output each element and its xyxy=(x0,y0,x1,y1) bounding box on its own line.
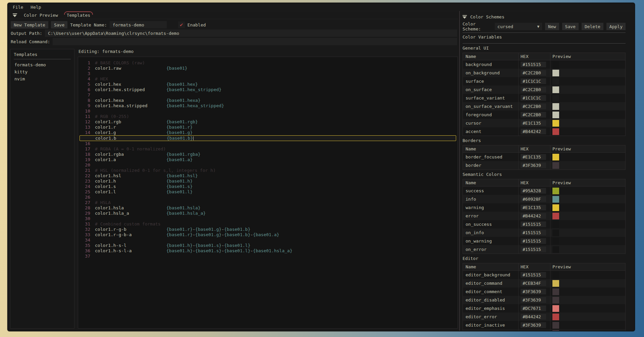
color-swatch[interactable] xyxy=(552,86,559,93)
hex-value-input[interactable]: #C2C2B0 xyxy=(521,87,546,92)
color-swatch[interactable] xyxy=(552,213,559,219)
color-swatch[interactable] xyxy=(552,229,559,236)
tab-color-preview[interactable]: Color Preview xyxy=(22,12,60,19)
color-swatch[interactable] xyxy=(552,305,559,312)
code-line[interactable]: 32color1.r-g-b{base01.r}-{base01.g}-{bas… xyxy=(79,227,456,232)
hex-value-input[interactable]: #151515 xyxy=(521,247,546,252)
output-path-input[interactable]: C:\Users\user\AppData\Roaming\clrsync\fo… xyxy=(45,29,457,37)
color-swatch[interactable] xyxy=(552,288,559,295)
code-line[interactable]: 19color1.a{base01.a} xyxy=(79,157,456,162)
code-line[interactable]: 7 xyxy=(79,92,456,98)
color-swatch[interactable] xyxy=(552,162,559,169)
color-swatch[interactable] xyxy=(552,78,559,85)
code-line[interactable]: 29color1.hsla_a{base01.hsla_a} xyxy=(79,211,456,216)
code-line[interactable]: 2color1.raw{base01} xyxy=(79,66,456,71)
code-line[interactable]: 35color1.h-s-l{base01.h}-{base01.s}-{bas… xyxy=(79,243,456,248)
color-swatch[interactable] xyxy=(552,95,559,102)
color-swatch[interactable] xyxy=(552,103,559,110)
template-list-item[interactable]: formats-demo xyxy=(14,61,71,68)
collapse-arrow-icon[interactable] xyxy=(463,15,467,19)
code-line[interactable]: 23color1.h{base01.h} xyxy=(79,179,456,184)
code-line[interactable]: 22color1.hsl{base01.hsl} xyxy=(79,173,456,179)
color-swatch[interactable] xyxy=(552,128,559,135)
color-scheme-dropdown[interactable]: cursed ▼ xyxy=(495,23,542,30)
template-name-input[interactable]: formats-demo xyxy=(110,21,167,28)
code-line[interactable]: 27# HSLA xyxy=(79,200,456,205)
hex-value-input[interactable]: #E1C135 xyxy=(521,154,546,160)
code-line[interactable]: 9color1.hexa.stripped{base01.hexa_stripp… xyxy=(79,103,456,109)
color-swatch[interactable] xyxy=(552,120,559,127)
hex-value-input[interactable]: #E1C135 xyxy=(521,120,546,126)
code-line[interactable]: 26 xyxy=(79,195,456,200)
color-swatch[interactable] xyxy=(552,188,559,194)
hex-value-input[interactable]: #3F3639 xyxy=(521,162,546,168)
code-line[interactable]: 6color1.hex.stripped{base01.hex_stripped… xyxy=(79,87,456,92)
color-swatch[interactable] xyxy=(552,196,559,203)
tab-templates[interactable]: Templates xyxy=(65,12,92,19)
color-swatch[interactable] xyxy=(552,297,559,304)
hex-value-input[interactable]: #151515 xyxy=(521,238,546,244)
hex-value-input[interactable]: #B44242 xyxy=(521,213,546,219)
hex-value-input[interactable]: #E1C135 xyxy=(521,205,546,210)
code-line[interactable]: 1# BASE COLORS (raw) xyxy=(79,60,456,66)
menu-file[interactable]: File xyxy=(13,5,23,10)
color-swatch[interactable] xyxy=(552,280,559,287)
hex-value-input[interactable]: #B44242 xyxy=(521,129,546,134)
code-line[interactable]: 3 xyxy=(79,71,456,76)
color-swatch[interactable] xyxy=(552,314,559,320)
scheme-apply-button[interactable]: Apply xyxy=(606,23,626,30)
reload-command-input[interactable] xyxy=(53,38,457,45)
color-swatch[interactable] xyxy=(552,112,559,118)
hex-value-input[interactable]: #151515 xyxy=(521,230,546,235)
code-line[interactable]: 17# RGBA (A = 0-1 normalized) xyxy=(79,146,456,152)
code-line[interactable]: 16 xyxy=(79,141,456,146)
color-swatch[interactable] xyxy=(552,322,559,329)
code-line[interactable]: 30 xyxy=(79,216,456,221)
code-line[interactable]: 11# RGB (0-255) xyxy=(79,114,456,119)
code-editor-area[interactable]: 1# BASE COLORS (raw)2color1.raw{base01}3… xyxy=(78,57,458,329)
save-template-button[interactable]: Save xyxy=(51,21,67,28)
hex-value-input[interactable]: #C2C2B0 xyxy=(521,104,546,109)
hex-value-input[interactable]: #151515 xyxy=(521,221,546,227)
color-swatch[interactable] xyxy=(552,204,559,211)
color-swatch[interactable] xyxy=(552,246,559,253)
collapse-arrow-icon[interactable] xyxy=(13,13,17,17)
hex-value-input[interactable]: #3F3639 xyxy=(521,289,546,294)
scheme-delete-button[interactable]: Delete xyxy=(582,23,603,30)
code-line[interactable]: 4# HEX xyxy=(79,76,456,82)
hex-value-input[interactable]: #B44242 xyxy=(521,314,546,320)
code-line[interactable]: 31# Combined custom formats xyxy=(79,221,456,227)
code-line[interactable]: 21# HSL (normalized 0-1 for s,l, integer… xyxy=(79,168,456,173)
code-line[interactable]: 18color1.rgba{base01.rgba} xyxy=(79,152,456,157)
color-swatch[interactable] xyxy=(552,61,559,68)
code-line[interactable]: 13color1.r{base01.r} xyxy=(79,125,456,130)
code-line[interactable]: 28color1.hsla{base01.hsla} xyxy=(79,205,456,211)
hex-value-input[interactable]: #1C1C1C xyxy=(521,78,546,84)
code-line[interactable]: 20 xyxy=(79,162,456,168)
hex-value-input[interactable]: #3F3639 xyxy=(521,297,546,303)
hex-value-input[interactable]: #60928F xyxy=(521,196,546,202)
color-swatch[interactable] xyxy=(552,154,559,160)
color-swatch[interactable] xyxy=(552,221,559,228)
enabled-checkbox[interactable]: ✔ xyxy=(178,21,185,28)
code-line[interactable]: 12color1.rgb{base01.rgb} xyxy=(79,119,456,125)
color-swatch[interactable] xyxy=(552,70,559,76)
code-line[interactable]: 10 xyxy=(79,109,456,114)
template-list-item[interactable]: nvim xyxy=(14,75,71,82)
template-list-item[interactable]: kitty xyxy=(14,68,71,75)
scheme-save-button[interactable]: Save xyxy=(562,23,579,30)
hex-value-input[interactable]: #DC7671 xyxy=(521,306,546,311)
code-line[interactable]: 37 xyxy=(79,254,456,259)
hex-value-input[interactable]: #C2C2B0 xyxy=(521,70,546,76)
hex-value-input[interactable]: #3F3639 xyxy=(521,322,546,328)
code-line[interactable]: 36color1.h-s-l-a{base01.h}-{base01.s}-{b… xyxy=(79,248,456,254)
code-line[interactable]: 33color1.r-g-b-a{base01.r}-{base01.g}-{b… xyxy=(79,232,456,238)
color-swatch[interactable] xyxy=(552,272,559,278)
scheme-new-button[interactable]: New xyxy=(545,23,559,30)
hex-value-input[interactable]: #CEB34F xyxy=(521,280,546,286)
code-line[interactable]: 25color1.l{base01.l} xyxy=(79,189,456,195)
hex-value-input[interactable]: #151515 xyxy=(521,272,546,278)
hex-value-input[interactable]: #C2C2B0 xyxy=(521,112,546,118)
code-line[interactable]: 8color1.hexa{base01.hexa} xyxy=(79,98,456,103)
new-template-button[interactable]: New Template xyxy=(11,21,48,28)
